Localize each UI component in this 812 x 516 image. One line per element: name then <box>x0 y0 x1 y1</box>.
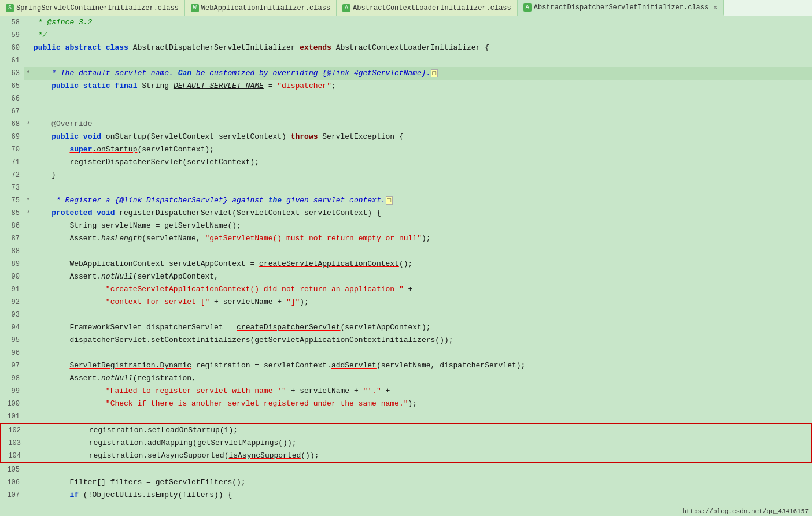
line-num-103: 103 <box>1 437 25 450</box>
line-num-101: 101 <box>0 410 24 423</box>
line-num-85: 85 <box>0 207 24 220</box>
code-line-86: 86 String servletName = getServletName()… <box>0 220 812 232</box>
code-line-88: 88 <box>0 245 812 258</box>
tab-1-icon: S <box>6 4 14 12</box>
line-num-106: 106 <box>0 476 24 489</box>
line-content-97: ServletRegistration.Dynamic registration… <box>32 359 812 372</box>
tab-3-icon: A <box>342 4 350 12</box>
line-num-68: 68 <box>0 118 24 131</box>
line-num-59: 59 <box>0 29 24 42</box>
line-content-85: protected void registerDispatcherServlet… <box>32 207 812 220</box>
line-num-88: 88 <box>0 245 24 258</box>
line-marker-63: * <box>24 67 32 80</box>
line-num-58: 58 <box>0 16 24 29</box>
line-marker-75: * <box>24 194 32 207</box>
line-content-91: "createServletApplicationContext() did n… <box>32 283 812 296</box>
line-content-90: Assert.notNull(servletAppContext, <box>32 270 812 283</box>
line-num-96: 96 <box>0 347 24 359</box>
line-num-93: 93 <box>0 309 24 321</box>
line-num-99: 99 <box>0 385 24 398</box>
line-num-86: 86 <box>0 220 24 232</box>
line-content-98: Assert.notNull(registration, <box>32 372 812 385</box>
tab-4[interactable]: A AbstractDispatcherServletInitializer.c… <box>518 0 724 16</box>
line-num-102: 102 <box>1 424 25 437</box>
tab-2-icon: W <box>191 4 199 12</box>
line-content-92: "context for servlet [" + servletName + … <box>32 296 812 309</box>
line-num-107: 107 <box>0 489 24 502</box>
code-line-89: 89 WebApplicationContext servletAppConte… <box>0 258 812 270</box>
code-line-69: 69 public void onStartup(ServletContext … <box>0 131 812 143</box>
line-content-89: WebApplicationContext servletAppContext … <box>32 258 812 270</box>
tab-4-label: AbstractDispatcherServletInitializer.cla… <box>534 3 708 12</box>
line-num-95: 95 <box>0 334 24 347</box>
tab-bar: S SpringServletContainerInitializer.clas… <box>0 0 812 16</box>
line-num-67: 67 <box>0 105 24 118</box>
line-num-73: 73 <box>0 181 24 194</box>
line-content-86: String servletName = getServletName(); <box>32 220 812 232</box>
tab-2[interactable]: W WebApplicationInitializer.class <box>185 0 337 16</box>
code-area: 58 * @since 3.2 59 */ 60 public abstract… <box>0 16 812 516</box>
line-content-102: registration.setLoadOnStartup(1); <box>34 424 811 437</box>
line-num-100: 100 <box>0 398 24 410</box>
code-line-87: 87 Assert.hasLength(servletName, "getSer… <box>0 232 812 245</box>
code-line-67: 67 <box>0 105 812 118</box>
code-line-75: 75 * * Register a {@link DispatcherServl… <box>0 194 812 207</box>
highlighted-block: 102 registration.setLoadOnStartup(1); 10… <box>0 423 812 463</box>
code-line-91: 91 "createServletApplicationContext() di… <box>0 283 812 296</box>
line-content-87: Assert.hasLength(servletName, "getServle… <box>32 232 812 245</box>
code-line-93: 93 <box>0 309 812 321</box>
line-content-103: registration.addMapping(getServletMappin… <box>34 437 811 450</box>
tab-4-icon: A <box>523 3 532 12</box>
line-content-63: * The default servlet name. Can be custo… <box>32 67 812 80</box>
code-line-107: 107 if (!ObjectUtils.isEmpty(filters)) { <box>0 489 812 502</box>
code-line-97: 97 ServletRegistration.Dynamic registrat… <box>0 359 812 372</box>
line-num-61: 61 <box>0 54 24 67</box>
url-text: https://blog.csdn.net/qq_43416157 <box>682 508 809 515</box>
line-content-58: * @since 3.2 <box>32 16 812 29</box>
code-line-71: 71 registerDispatcherServlet(servletCont… <box>0 156 812 169</box>
line-marker-68: * <box>24 118 32 131</box>
line-content-72: } <box>32 169 812 181</box>
code-line-65: 65 public static final String DEFAULT_SE… <box>0 80 812 92</box>
code-line-95: 95 dispatcherServlet.setContextInitializ… <box>0 334 812 347</box>
code-line-58: 58 * @since 3.2 <box>0 16 812 29</box>
code-line-103: 103 registration.addMapping(getServletMa… <box>1 437 811 450</box>
code-line-72: 72 } <box>0 169 812 181</box>
code-line-94: 94 FrameworkServlet dispatcherServlet = … <box>0 321 812 334</box>
tab-3[interactable]: A AbstractContextLoaderInitializer.class <box>337 0 518 16</box>
line-num-70: 70 <box>0 143 24 156</box>
code-line-96: 96 <box>0 347 812 359</box>
line-content-69: public void onStartup(ServletContext ser… <box>32 131 812 143</box>
tab-1-label: SpringServletContainerInitializer.class <box>16 4 179 12</box>
line-content-71: registerDispatcherServlet(servletContext… <box>32 156 812 169</box>
line-num-90: 90 <box>0 270 24 283</box>
tab-4-close[interactable]: ✕ <box>713 3 717 11</box>
tab-1[interactable]: S SpringServletContainerInitializer.clas… <box>0 0 185 16</box>
code-line-59: 59 */ <box>0 29 812 42</box>
code-line-102: 102 registration.setLoadOnStartup(1); <box>1 424 811 437</box>
code-line-70: 70 super.onStartup(servletContext); <box>0 143 812 156</box>
line-content-65: public static final String DEFAULT_SERVL… <box>32 80 812 92</box>
code-line-98: 98 Assert.notNull(registration, <box>0 372 812 385</box>
tab-3-label: AbstractContextLoaderInitializer.class <box>353 4 511 12</box>
line-num-104: 104 <box>1 450 25 462</box>
line-num-71: 71 <box>0 156 24 169</box>
line-num-75: 75 <box>0 194 24 207</box>
code-line-66: 66 <box>0 92 812 105</box>
line-content-75: * Register a {@link DispatcherServlet} a… <box>32 194 812 207</box>
line-content-60: public abstract class AbstractDispatcher… <box>32 42 812 54</box>
code-line-63: 63 * * The default servlet name. Can be … <box>0 67 812 80</box>
code-line-73: 73 <box>0 181 812 194</box>
line-content-104: registration.setAsyncSupported(isAsyncSu… <box>34 450 811 462</box>
line-content-95: dispatcherServlet.setContextInitializers… <box>32 334 812 347</box>
line-content-99: "Failed to register servlet with name '"… <box>32 385 812 398</box>
line-num-98: 98 <box>0 372 24 385</box>
line-num-69: 69 <box>0 131 24 143</box>
line-marker-85: * <box>24 207 32 220</box>
line-num-89: 89 <box>0 258 24 270</box>
line-num-66: 66 <box>0 92 24 105</box>
code-line-105: 105 <box>0 463 812 476</box>
tab-2-label: WebApplicationInitializer.class <box>201 4 330 12</box>
code-line-90: 90 Assert.notNull(servletAppContext, <box>0 270 812 283</box>
line-num-72: 72 <box>0 169 24 181</box>
